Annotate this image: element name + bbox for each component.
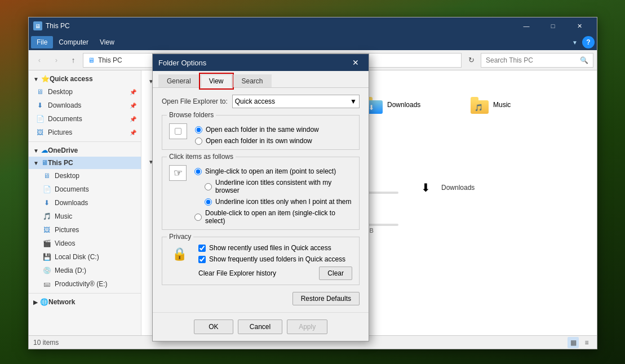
tab-view[interactable]: View bbox=[201, 74, 232, 88]
browse-radio-group: Open each folder in the same window Open… bbox=[195, 126, 319, 145]
underline-point-radio[interactable] bbox=[205, 198, 212, 206]
browse-same-window[interactable]: Open each folder in the same window bbox=[195, 126, 319, 134]
privacy-options: Show recently used files in Quick access… bbox=[198, 244, 352, 280]
single-click-radio[interactable] bbox=[194, 168, 202, 175]
dialog-titlebar: Folder Options ✕ bbox=[153, 54, 369, 71]
ok-button[interactable]: OK bbox=[194, 319, 233, 334]
recent-files-label: Show recently used files in Quick access bbox=[209, 244, 331, 252]
dialog-body: Open File Explorer to: Quick access ▼ Br… bbox=[153, 88, 369, 312]
dialog-title: Folder Options bbox=[158, 59, 348, 67]
frequent-folders-label: Show frequently used folders in Quick ac… bbox=[209, 255, 345, 263]
clear-button[interactable]: Clear bbox=[319, 267, 352, 280]
underline-browser-option[interactable]: Underline icon titles consistent with my… bbox=[194, 179, 352, 194]
folder-options-dialog: Folder Options ✕ General View Search Ope… bbox=[152, 54, 369, 341]
double-click-radio[interactable] bbox=[194, 214, 202, 221]
select-chevron-icon: ▼ bbox=[350, 97, 357, 105]
browse-own-radio[interactable] bbox=[195, 137, 202, 145]
apply-button[interactable]: Apply bbox=[287, 319, 327, 334]
recent-files-option[interactable]: Show recently used files in Quick access bbox=[198, 244, 352, 252]
browse-folders-group: Browse folders Open each folder in the s… bbox=[162, 115, 360, 150]
double-click-label: Double-click to open an item (single-cli… bbox=[205, 209, 352, 225]
browse-own-window[interactable]: Open each folder in its own window bbox=[195, 137, 319, 145]
underline-point-option[interactable]: Underline icon titles only when I point … bbox=[194, 198, 352, 206]
open-select-value: Quick access bbox=[235, 97, 275, 105]
browse-folders-content: Open each folder in the same window Open… bbox=[169, 123, 352, 145]
privacy-icon: 🔒 bbox=[169, 244, 189, 264]
double-click-option[interactable]: Double-click to open an item (single-cli… bbox=[194, 209, 352, 225]
frequent-folders-option[interactable]: Show frequently used folders in Quick ac… bbox=[198, 255, 352, 263]
recent-files-checkbox[interactable] bbox=[198, 245, 206, 252]
tab-general[interactable]: General bbox=[158, 74, 200, 87]
open-label: Open File Explorer to: bbox=[162, 97, 228, 105]
clear-history-row: Clear File Explorer history Clear bbox=[198, 267, 352, 280]
browse-folders-label: Browse folders bbox=[167, 111, 216, 119]
dialog-footer: OK Cancel Apply bbox=[153, 312, 369, 341]
restore-defaults-row: Restore Defaults bbox=[162, 292, 360, 305]
click-items-content: ☞ Single-click to open an item (point to… bbox=[169, 165, 352, 225]
underline-browser-radio[interactable] bbox=[205, 183, 212, 190]
privacy-group: Privacy 🔒 Show recently used files in Qu… bbox=[162, 237, 360, 285]
cursor-icon: ☞ bbox=[174, 167, 183, 179]
browse-icon-inner bbox=[175, 128, 181, 135]
frequent-folders-checkbox[interactable] bbox=[198, 256, 206, 263]
browse-same-label: Open each folder in the same window bbox=[206, 126, 319, 134]
click-items-label: Click items as follows bbox=[167, 153, 236, 161]
click-radio-group: Single-click to open an item (point to s… bbox=[194, 167, 352, 225]
open-explorer-row: Open File Explorer to: Quick access ▼ bbox=[162, 95, 360, 108]
click-radio-icon: ☞ bbox=[169, 165, 187, 181]
cancel-button[interactable]: Cancel bbox=[238, 319, 282, 334]
dialog-overlay: Folder Options ✕ General View Search Ope… bbox=[0, 0, 625, 364]
click-items-group: Click items as follows ☞ Single-click to… bbox=[162, 157, 360, 230]
underline-browser-label: Underline icon titles consistent with my… bbox=[215, 179, 352, 194]
single-click-label: Single-click to open an item (point to s… bbox=[205, 167, 336, 175]
browse-radio-icon bbox=[169, 123, 187, 139]
privacy-label: Privacy bbox=[167, 233, 193, 241]
browse-same-radio[interactable] bbox=[195, 126, 202, 134]
open-select[interactable]: Quick access ▼ bbox=[232, 95, 360, 108]
underline-point-label: Underline icon titles only when I point … bbox=[215, 198, 351, 206]
privacy-content: 🔒 Show recently used files in Quick acce… bbox=[169, 244, 352, 280]
single-click-option[interactable]: Single-click to open an item (point to s… bbox=[194, 167, 352, 175]
clear-history-label: Clear File Explorer history bbox=[198, 269, 276, 277]
tab-search[interactable]: Search bbox=[233, 74, 272, 87]
dialog-close-button[interactable]: ✕ bbox=[348, 55, 363, 70]
restore-defaults-button[interactable]: Restore Defaults bbox=[292, 292, 360, 305]
dialog-tabs: General View Search bbox=[153, 71, 369, 88]
browse-own-label: Open each folder in its own window bbox=[206, 137, 312, 145]
